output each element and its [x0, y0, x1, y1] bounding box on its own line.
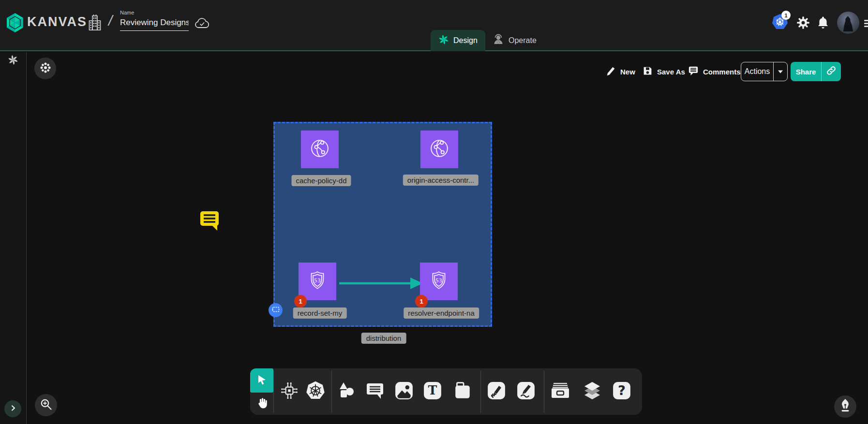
chevron-right-icon	[9, 404, 17, 414]
group-label-distribution[interactable]: distribution	[361, 333, 406, 344]
caret-down-icon	[777, 67, 784, 76]
share-split-button[interactable]: Share	[791, 62, 841, 81]
image-icon	[394, 381, 414, 402]
share-label[interactable]: Share	[791, 62, 821, 81]
route53-shield-icon: 53	[427, 268, 451, 294]
tool-help-button[interactable]: ?	[612, 368, 631, 415]
comments-button[interactable]: Comments	[688, 62, 741, 81]
comments-label: Comments	[703, 68, 741, 76]
design-name-field: Name	[120, 10, 189, 31]
svg-text:?: ?	[618, 383, 626, 398]
circuit-chip-icon	[279, 380, 299, 403]
svg-text:T: T	[428, 383, 437, 397]
tool-kubernetes-button[interactable]	[305, 368, 326, 415]
breadcrumb-separator: /	[108, 13, 112, 29]
comment-bubble-icon	[365, 381, 385, 402]
node-badge-resolver-endpoint[interactable]: 1	[415, 295, 428, 307]
floppy-disk-icon	[643, 66, 653, 78]
tool-layers-button[interactable]	[582, 368, 602, 415]
canvas-comment-marker[interactable]	[199, 208, 221, 231]
expand-sidebar-button[interactable]	[4, 400, 21, 417]
node-badge-record-set[interactable]: 1	[294, 295, 307, 307]
cursor-arrow-icon	[256, 374, 268, 387]
pencil-icon	[606, 66, 616, 78]
tool-edge-pen-button[interactable]	[487, 368, 506, 415]
group-dashed-rect-icon	[271, 306, 280, 315]
zoom-in-magnifier-icon	[40, 398, 53, 413]
layers-icon	[582, 381, 602, 402]
selected-group-distribution[interactable]: cache-policy-dd origin-access-contr...	[273, 122, 492, 327]
dock-toggle-button[interactable]	[34, 58, 56, 79]
new-design-button[interactable]: New	[606, 62, 635, 81]
design-tab-icon	[438, 34, 449, 47]
whiteboarding-pen-button[interactable]	[834, 395, 856, 418]
meshery-swirl-icon[interactable]	[8, 55, 18, 65]
link-icon	[826, 65, 837, 78]
kanvas-app: KANVAS / Name	[0, 0, 868, 424]
tab-operate[interactable]: Operate	[485, 30, 544, 51]
question-mark-icon: ?	[612, 381, 631, 402]
overflow-menu-icon[interactable]	[864, 18, 868, 29]
shapes-icon	[336, 381, 357, 402]
node-resolver-endpoint[interactable]: 53	[420, 263, 458, 300]
tool-freehand-pen-button[interactable]	[516, 368, 536, 415]
bottom-dock-toolbar: T	[250, 368, 642, 415]
organization-building-icon[interactable]	[88, 14, 102, 34]
tool-infrastructure-button[interactable]	[279, 368, 299, 415]
edge-arrow[interactable]	[338, 277, 427, 292]
operate-tab-icon	[493, 34, 504, 47]
zoom-in-button[interactable]	[35, 394, 57, 416]
actions-split-button[interactable]: Actions	[741, 62, 788, 81]
copy-link-button[interactable]	[821, 62, 841, 81]
cloud-sync-icon[interactable]	[194, 17, 210, 32]
design-name-label: Name	[120, 10, 189, 15]
tool-drawer-button[interactable]	[550, 368, 571, 415]
node-record-set[interactable]: 53	[299, 263, 336, 300]
node-label-origin-access[interactable]: origin-access-contr...	[403, 175, 479, 186]
route53-shield-icon: 53	[305, 268, 329, 294]
app-header: KANVAS / Name	[0, 0, 868, 51]
actions-label[interactable]: Actions	[741, 62, 773, 81]
hand-icon	[255, 396, 268, 411]
save-as-label: Save As	[657, 68, 685, 76]
tool-text-button[interactable]: T	[423, 368, 442, 415]
design-name-input[interactable]	[120, 17, 189, 31]
tool-note-button[interactable]	[453, 368, 472, 415]
text-icon: T	[423, 381, 442, 402]
pen-nib-icon	[839, 398, 851, 415]
node-cache-policy[interactable]	[301, 131, 339, 168]
kubernetes-context-count-badge[interactable]: 1	[781, 11, 791, 20]
kanvas-logo-icon[interactable]	[6, 13, 24, 33]
node-label-cache-policy[interactable]: cache-policy-dd	[291, 175, 351, 186]
actions-dropdown-toggle[interactable]	[773, 62, 787, 81]
tool-comment-button[interactable]	[365, 368, 385, 415]
design-tab-label: Design	[453, 36, 478, 45]
tool-select-button[interactable]	[250, 368, 273, 393]
new-label: New	[620, 68, 635, 76]
node-origin-access-control[interactable]	[420, 131, 458, 168]
drawer-archive-icon	[550, 381, 571, 402]
cloudfront-globe-icon	[307, 135, 333, 163]
group-select-badge[interactable]	[269, 303, 283, 317]
flower-dots-icon	[39, 61, 52, 76]
tab-design[interactable]: Design	[431, 30, 485, 51]
tool-image-button[interactable]	[394, 368, 414, 415]
node-label-resolver-endpoint[interactable]: resolver-endpoint-na	[404, 307, 479, 319]
tool-pan-button[interactable]	[250, 393, 273, 415]
brand-wordmark: KANVAS	[27, 15, 87, 29]
tool-shapes-button[interactable]	[336, 368, 357, 415]
cloudfront-globe-icon	[426, 135, 452, 163]
settings-gear-icon[interactable]	[796, 16, 810, 29]
operate-tab-label: Operate	[509, 36, 537, 45]
left-sidebar	[0, 52, 27, 424]
note-card-icon	[453, 381, 472, 402]
route53-number: 53	[314, 278, 321, 284]
kubernetes-wheel-icon	[305, 380, 326, 403]
route53-number: 53	[435, 278, 442, 284]
save-as-button[interactable]: Save As	[643, 62, 685, 81]
notifications-bell-icon[interactable]	[817, 16, 829, 29]
freehand-pen-icon	[516, 381, 536, 402]
edge-pen-icon	[487, 381, 506, 402]
user-avatar[interactable]	[837, 12, 859, 34]
node-label-record-set[interactable]: record-set-my	[293, 307, 347, 319]
